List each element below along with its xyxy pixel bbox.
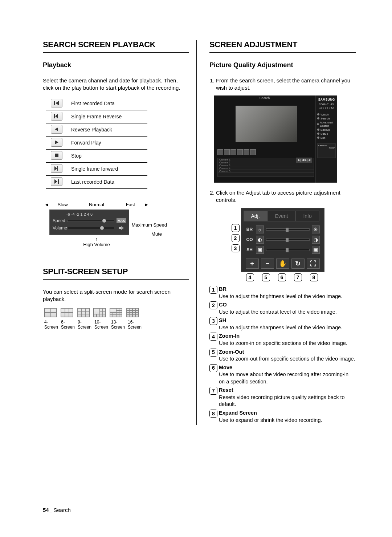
svg-marker-1 (56, 101, 59, 105)
legend-1-text: Use to adjust the brightness level of th… (219, 293, 342, 299)
svg-marker-7 (54, 166, 57, 171)
split-13-label: 13-Screen (111, 320, 124, 330)
legend-4-text: Use to zoom-in on specific sections of t… (219, 340, 347, 346)
sh-abbr: SH (246, 247, 254, 252)
legend-1-label: BR (219, 286, 226, 292)
tab-event[interactable]: Event (268, 211, 296, 221)
split-4-label: 4-Screen (44, 320, 57, 330)
speed-ticks: -6 -4 -2 1 2 4 6 (53, 212, 126, 217)
single-frame-reverse-label: Single Frame Reverse (68, 110, 147, 123)
adjust-legend: 1BRUse to adjust the brightness level of… (209, 286, 356, 424)
subheading-playback: Playback (43, 61, 189, 69)
svg-marker-4 (55, 127, 58, 131)
legend-5-label: Zoom-Out (219, 349, 244, 355)
split-10-icon[interactable] (93, 308, 106, 317)
split-4-icon[interactable] (44, 308, 57, 317)
stop-icon[interactable] (51, 151, 62, 160)
ss-video-preview (236, 106, 297, 142)
slow-arrow-icon: ◄— (44, 202, 54, 207)
last-recorded-icon[interactable] (51, 177, 62, 186)
split-10-label: 10-Screen (94, 320, 107, 330)
reverse-playback-label: Reverse Playback (68, 123, 147, 136)
forward-play-icon[interactable] (51, 138, 62, 147)
step-1: From the search screen, select the camer… (216, 77, 356, 92)
callout-4: 4 (246, 273, 254, 281)
zoom-out-button[interactable]: − (261, 259, 274, 269)
ss-date: 2008-01-15 (317, 103, 336, 106)
page-footer: 54_ Search (43, 507, 71, 513)
brightness-slider[interactable] (266, 228, 310, 231)
heading-search-playback: SEARCH SCREEN PLAYBACK (43, 40, 189, 53)
sharpness-low-icon[interactable]: ▣ (256, 246, 264, 254)
legend-7-label: Reset (219, 387, 233, 393)
expand-screen-button[interactable]: ⛶ (307, 259, 320, 269)
section-name: Search (53, 507, 71, 513)
ss-logo: SAMSUNG (317, 98, 336, 101)
tab-adj[interactable]: Adj. (244, 211, 268, 221)
ss-calendar: Calendar Today (317, 143, 336, 158)
speed-volume-panel: ◄— Slow Normal Fast —► -6 -4 -2 1 2 4 6 … (46, 202, 147, 247)
high-volume-label: ↑High Volume (46, 236, 147, 247)
ss-title: Search (260, 96, 270, 100)
first-recorded-label: First recorded Data (68, 97, 147, 110)
zoom-in-button[interactable]: + (246, 259, 259, 269)
speed-slider[interactable] (67, 220, 114, 222)
contrast-low-icon[interactable]: ◐ (256, 236, 264, 244)
svg-rect-10 (58, 179, 59, 184)
split-13-icon[interactable] (110, 308, 122, 317)
legend-8-text: Use to expand or shrink the video record… (219, 417, 322, 423)
last-recorded-label: Last recorded Data (68, 175, 147, 188)
volume-slider-label: Volume (53, 225, 67, 231)
callout-1: 1 (232, 224, 240, 232)
split-9-icon[interactable] (77, 308, 90, 317)
volume-slider[interactable] (67, 227, 114, 229)
legend-2-label: CO (219, 302, 227, 308)
brightness-high-icon[interactable]: ☀ (312, 225, 320, 233)
callout-8: 8 (310, 273, 318, 281)
max-speed-side-label: Maximum Speed (131, 223, 167, 228)
speed-slider-label: Speed (53, 218, 67, 223)
ss-timeline: ▶|◀▶|◀ Camera 1 Camera 2 Camera 3 Camera… (217, 158, 314, 177)
legend-5-text: Use to zoom-out from specific sections o… (219, 356, 355, 362)
move-button[interactable]: ✋ (276, 259, 289, 269)
split-16-label: 16-Screen (128, 320, 141, 330)
heading-split-screen: SPLIT-SCREEN SETUP (43, 267, 189, 280)
max-speed-button[interactable]: MAX (117, 218, 126, 223)
stop-label: Stop (68, 149, 147, 162)
sharpness-slider[interactable] (266, 249, 310, 251)
split-6-icon[interactable] (61, 308, 73, 317)
svg-marker-11 (119, 226, 122, 230)
ss-time: 15 : 55 : 42 (317, 106, 336, 109)
legend-6-label: Move (219, 365, 232, 370)
legend-3-text: Use to adjust the sharpness level of the… (219, 325, 342, 330)
reverse-playback-icon[interactable] (51, 125, 62, 134)
first-recorded-icon[interactable] (51, 99, 62, 107)
callout-2: 2 (232, 234, 240, 242)
split-screen-intro: You can select a split-screen mode for s… (43, 288, 189, 303)
split-16-icon[interactable] (126, 308, 139, 317)
brightness-low-icon[interactable]: ☼ (256, 225, 264, 233)
step-2: Click on the Adjust tab to access pictur… (216, 189, 356, 204)
page-number: 54 (43, 507, 49, 513)
legend-2-text: Use to adjust the contrast level of the … (219, 309, 337, 315)
tab-info[interactable]: Info (295, 211, 319, 221)
playback-controls-table: First recorded Data Single Frame Reverse… (46, 97, 147, 189)
sharpness-high-icon[interactable]: ▣ (312, 246, 320, 254)
mute-button[interactable] (117, 225, 126, 231)
contrast-slider[interactable] (266, 239, 310, 241)
co-abbr: CO (246, 237, 254, 242)
speed-normal-label: Normal (79, 202, 113, 207)
split-9-label: 9-Screen (78, 320, 91, 330)
svg-rect-2 (54, 114, 55, 118)
reset-button[interactable]: ↻ (291, 259, 305, 269)
search-screen-screenshot: Search ▶|◀▶|◀ Camera 1 Camera 2 Camera 3… (214, 95, 337, 183)
callout-6: 6 (278, 273, 286, 281)
contrast-high-icon[interactable]: ◑ (312, 236, 320, 244)
callout-5: 5 (262, 273, 270, 281)
single-frame-reverse-icon[interactable] (51, 112, 62, 121)
svg-rect-8 (57, 166, 58, 171)
callout-3: 3 (232, 244, 240, 252)
single-frame-forward-icon[interactable] (51, 164, 62, 173)
ss-sidebar: SAMSUNG 2008-01-15 15 : 55 : 42 Watch Se… (315, 95, 337, 183)
br-abbr: BR (246, 227, 254, 232)
